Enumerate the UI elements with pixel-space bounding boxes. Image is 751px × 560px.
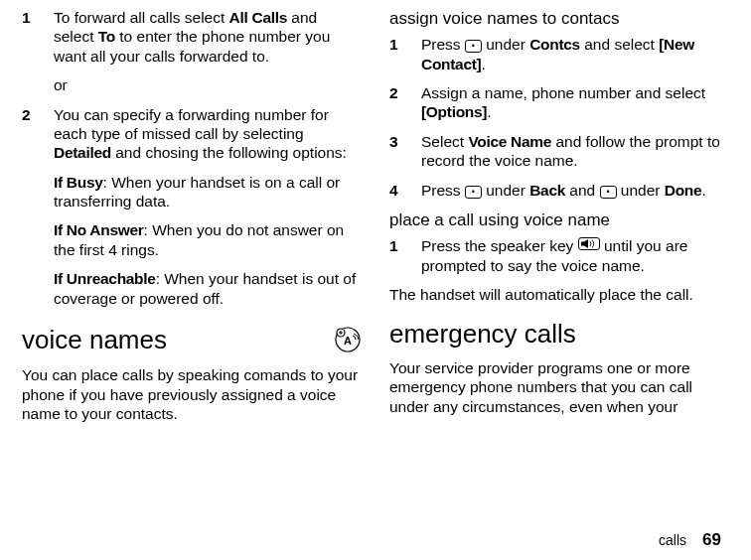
step-body: To forward all calls select All Calls an… — [54, 8, 362, 66]
bold-term: Done — [665, 182, 702, 199]
heading-assign-voice-names: assign voice names to contacs — [389, 8, 729, 29]
text: You can specify a forwarding number for … — [54, 106, 329, 142]
auto-place-paragraph: The handset will automatically place the… — [389, 285, 729, 304]
text: Assign a name, phone number and select — [421, 84, 705, 101]
bold-term: Contcs — [529, 36, 580, 53]
step-number: 1 — [389, 35, 421, 73]
voice-activation-icon: A — [334, 326, 362, 357]
if-busy: If Busy: When your handset is on a call … — [54, 173, 362, 211]
text: Press — [421, 182, 465, 199]
step-body: You can specify a forwarding number for … — [54, 105, 362, 163]
bold-term: If Busy — [54, 174, 103, 191]
text: . — [701, 182, 705, 199]
svg-text:A: A — [344, 335, 352, 347]
bold-term: If Unreachable — [54, 270, 156, 287]
footer-section: calls — [659, 532, 686, 548]
bold-term: All Calls — [229, 9, 287, 26]
if-no-answer: If No Answer: When you do not answer on … — [54, 220, 362, 259]
assign-step-2: 2 Assign a name, phone number and select… — [389, 83, 729, 122]
text: . — [487, 103, 491, 120]
or-text: or — [54, 75, 362, 94]
left-column: 1 To forward all calls select All Calls … — [22, 8, 362, 433]
bold-term: To — [98, 28, 115, 45]
step-number: 1 — [22, 8, 54, 66]
heading-place-call: place a call using voice name — [389, 210, 729, 230]
heading-voice-names: voice names — [22, 324, 167, 356]
assign-step-1: 1 Press • under Contcs and select [New C… — [389, 35, 729, 73]
step-body: Press the speaker key until you are prom… — [421, 236, 729, 275]
right-column: assign voice names to contacs 1 Press • … — [389, 8, 729, 433]
step-number: 1 — [389, 236, 421, 275]
step-body: Assign a name, phone number and select [… — [421, 83, 729, 122]
svg-marker-6 — [584, 239, 588, 248]
svg-rect-5 — [581, 242, 584, 246]
text: and select — [580, 36, 659, 53]
text: . — [481, 56, 485, 72]
bold-term: [Options] — [421, 103, 487, 120]
step-number: 4 — [389, 181, 421, 200]
voice-names-paragraph: You can place calls by speaking comands … — [22, 365, 362, 423]
text: and — [565, 182, 599, 199]
bold-term: Voice Name — [468, 133, 551, 150]
step-body: Press • under Contcs and select [New Con… — [421, 35, 729, 73]
assign-step-4: 4 Press • under Back and • under Done. — [389, 181, 729, 200]
text: under — [482, 36, 529, 53]
text: under — [482, 182, 529, 199]
text: Press the speaker key — [421, 237, 578, 254]
softkey-icon: • — [465, 186, 482, 199]
step-number: 2 — [389, 83, 421, 122]
step-2: 2 You can specify a forwarding number fo… — [22, 105, 362, 163]
bold-term: Detailed — [54, 144, 111, 161]
text: Press — [421, 36, 465, 53]
heading-emergency-calls: emergency calls — [389, 318, 729, 350]
step-body: Select Voice Name and follow the prompt … — [421, 132, 729, 171]
text: Select — [421, 133, 468, 150]
speaker-key-icon — [578, 237, 600, 250]
step-body: Press • under Back and • under Done. — [421, 181, 729, 200]
step-number: 3 — [389, 132, 421, 171]
softkey-icon: • — [465, 40, 482, 53]
if-unreachable: If Unreachable: When your handset is out… — [54, 269, 362, 308]
voice-names-heading-row: voice names A — [22, 322, 362, 357]
bold-term: If No Answer — [54, 221, 144, 238]
text: To forward all calls select — [54, 9, 229, 26]
text: under — [617, 182, 665, 199]
bold-term: Back — [529, 182, 565, 199]
page-footer: calls69 — [659, 529, 721, 550]
text: and chosing the following options: — [111, 144, 347, 161]
softkey-icon: • — [600, 186, 617, 199]
place-step-1: 1 Press the speaker key until you are pr… — [389, 236, 729, 275]
assign-step-3: 3 Select Voice Name and follow the promp… — [389, 132, 729, 171]
step-number: 2 — [22, 105, 54, 163]
page-number: 69 — [702, 530, 721, 549]
step-1: 1 To forward all calls select All Calls … — [22, 8, 362, 66]
emergency-paragraph: Your service provider programs one or mo… — [389, 358, 729, 416]
